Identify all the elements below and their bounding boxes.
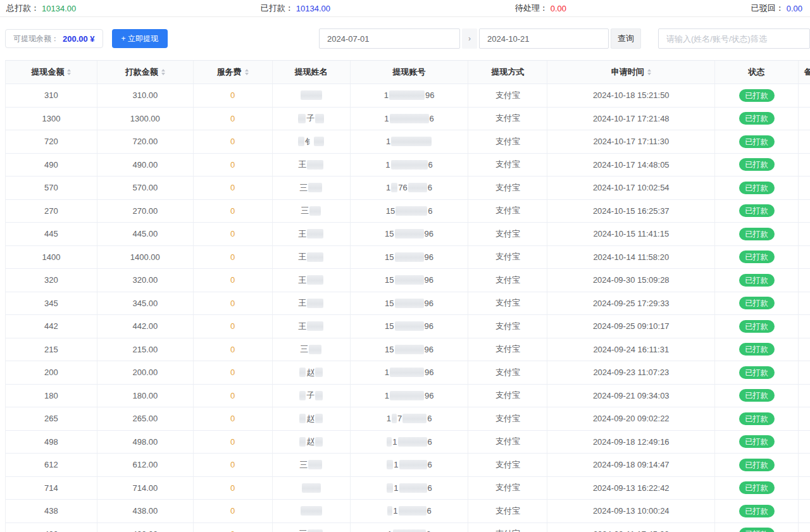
cell-apply-time: 2024-09-18 12:49:16	[547, 431, 715, 454]
cell-paid-amount: 570.00	[97, 176, 194, 199]
cell-withdraw-amount: 498	[6, 431, 97, 454]
cell-paid-amount: 498.00	[97, 431, 194, 454]
redacted-blur-block	[393, 529, 426, 532]
redacted-blur-block	[395, 229, 424, 238]
cell-paid-amount: 1300.00	[97, 108, 194, 130]
cell-status: 已打款	[715, 200, 799, 223]
column-header-label: 申请时间	[611, 66, 644, 78]
sort-caret-icon[interactable]	[67, 69, 71, 75]
cell-withdraw-amount: 490	[6, 154, 97, 176]
redacted-blur-block	[298, 137, 304, 146]
withdraw-now-button[interactable]: + 立即提现	[112, 29, 168, 48]
cell-status: 已打款	[715, 407, 799, 430]
search-button[interactable]: 查询	[611, 28, 641, 49]
redacted-visible-text: 6	[428, 437, 432, 447]
redacted-blur-block	[314, 137, 324, 146]
status-badge: 已打款	[739, 228, 775, 240]
cell-withdraw-method: 支付宝	[468, 477, 547, 500]
redacted-visible-text: 96	[425, 368, 433, 377]
cell-service-fee: 0	[194, 108, 273, 130]
redacted-blur-block	[308, 183, 322, 192]
redacted-visible-text: 6	[428, 460, 432, 469]
status-badge: 已打款	[739, 528, 775, 532]
redacted-blur-block	[299, 414, 306, 423]
sort-caret-icon[interactable]	[647, 69, 651, 75]
column-header-1[interactable]: 打款金额	[97, 61, 194, 84]
redacted-visible-text: 王	[298, 228, 306, 240]
cell-service-fee: 0	[194, 246, 273, 269]
cell-withdraw-name: 王	[273, 269, 351, 292]
redacted-visible-text: 6	[430, 114, 434, 123]
redacted-visible-text: 子	[306, 113, 315, 124]
cell-withdraw-account: 1596	[351, 223, 469, 245]
column-header-0[interactable]: 提现金额	[6, 61, 97, 84]
sort-caret-icon[interactable]	[245, 69, 249, 75]
column-header-3: 提现姓名	[273, 61, 351, 84]
redacted-visible-text: 6	[427, 506, 432, 516]
column-header-6[interactable]: 申请时间	[547, 61, 715, 84]
cell-apply-time: 2024-09-13 16:22:42	[547, 477, 715, 500]
cell-withdraw-amount: 442	[6, 315, 97, 338]
cell-status: 已打款	[715, 246, 799, 269]
table-row: 265265.000赵176支付宝2024-09-20 09:02:22已打款	[6, 407, 810, 431]
column-header-label: 备注	[804, 66, 810, 78]
withdrawals-table-wrap: 提现金额打款金额服务费提现姓名提现账号提现方式申请时间状态备注310310.00…	[5, 60, 810, 532]
cell-withdraw-amount: 215	[6, 338, 97, 361]
status-badge: 已打款	[739, 459, 775, 471]
redacted-visible-text: 三	[301, 205, 309, 216]
cell-apply-time: 2024-09-18 09:14:47	[547, 454, 715, 476]
redacted-blur-block	[301, 506, 322, 516]
cell-remark	[799, 454, 810, 476]
table-row: 445445.000王1596支付宝2024-10-15 11:41:15已打款	[6, 223, 810, 246]
status-badge: 已打款	[739, 158, 775, 171]
cell-withdraw-amount: 438	[6, 500, 97, 523]
redacted-blur-block	[299, 391, 306, 400]
stat-value: 10134.00	[42, 4, 76, 13]
stat-item-1: 已打款：10134.00	[261, 3, 330, 14]
cell-withdraw-account: 196	[351, 361, 469, 384]
cell-status: 已打款	[715, 154, 799, 176]
cell-withdraw-name	[273, 477, 351, 500]
cell-paid-amount: 1400.00	[97, 246, 194, 269]
stat-value: 0.00	[551, 4, 566, 13]
cell-withdraw-amount: 612	[6, 454, 97, 476]
cell-withdraw-amount: 1400	[6, 246, 97, 269]
cell-paid-amount: 265.00	[97, 407, 194, 430]
column-header-2[interactable]: 服务费	[194, 61, 273, 84]
balance-label: 可提现余额：	[13, 34, 59, 44]
cell-withdraw-name: 赵	[273, 407, 351, 430]
status-badge: 已打款	[739, 182, 775, 194]
cell-paid-amount: 720.00	[97, 130, 194, 153]
redacted-visible-text: 15	[385, 345, 394, 354]
date-range-arrow-icon[interactable]: ›	[462, 28, 477, 49]
cell-apply-time: 2024-09-13 10:00:24	[547, 500, 715, 523]
cell-withdraw-name: 三	[273, 523, 351, 532]
redacted-visible-text: 1	[384, 114, 389, 123]
cell-withdraw-amount: 720	[6, 130, 97, 153]
table-row: 320320.000王1596支付宝2024-09-30 15:09:28已打款	[6, 269, 810, 292]
date-to-input[interactable]	[479, 28, 609, 49]
redacted-visible-text: 15	[385, 252, 394, 262]
date-from-input[interactable]	[319, 28, 460, 49]
cell-service-fee: 0	[194, 385, 273, 407]
cell-withdraw-amount: 1300	[6, 108, 97, 130]
redacted-blur-block	[391, 183, 397, 192]
redacted-visible-text: 钅	[305, 136, 313, 147]
cell-remark	[799, 246, 810, 269]
cell-status: 已打款	[715, 523, 799, 532]
status-badge: 已打款	[739, 297, 775, 309]
cell-withdraw-account: 1596	[351, 292, 469, 315]
filter-input[interactable]	[658, 28, 810, 49]
cell-remark	[799, 431, 810, 454]
cell-apply-time: 2024-10-18 15:21:50	[547, 84, 715, 107]
cell-withdraw-method: 支付宝	[468, 315, 547, 338]
redacted-visible-text: 96	[425, 345, 433, 354]
stat-label: 待处理：	[515, 3, 548, 14]
status-badge: 已打款	[739, 481, 775, 494]
sort-caret-icon[interactable]	[161, 69, 165, 75]
cell-withdraw-amount: 265	[6, 407, 97, 430]
column-header-4: 提现账号	[351, 61, 469, 84]
cell-status: 已打款	[715, 431, 799, 454]
cell-paid-amount: 345.00	[97, 292, 194, 315]
redacted-visible-text: 6	[428, 183, 432, 192]
